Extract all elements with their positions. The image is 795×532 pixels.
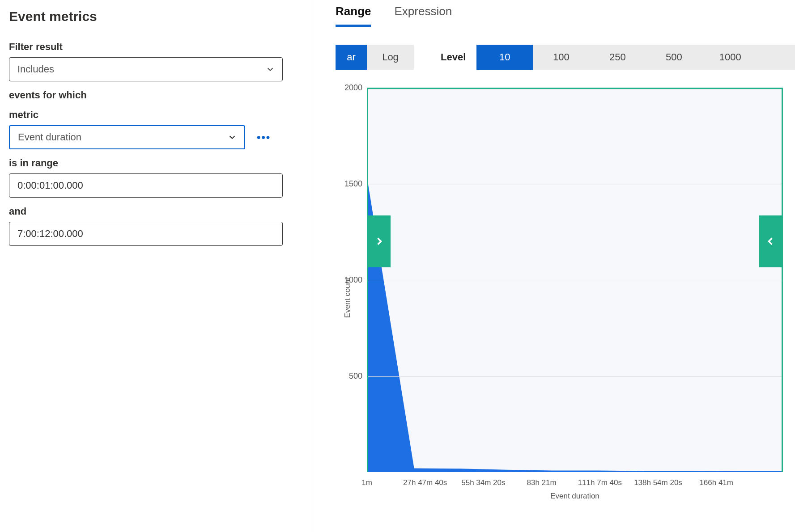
scale-toggle: ar Log bbox=[336, 45, 414, 70]
range-and-label: and bbox=[9, 206, 304, 217]
level-500[interactable]: 500 bbox=[646, 45, 702, 70]
x-axis-title: Event duration bbox=[550, 492, 599, 501]
y-tick: 1000 bbox=[344, 275, 362, 285]
x-tick: 138h 54m 20s bbox=[634, 478, 682, 487]
x-tick: 55h 34m 20s bbox=[461, 478, 505, 487]
level-10[interactable]: 10 bbox=[476, 45, 533, 70]
y-tick: 1500 bbox=[344, 179, 362, 189]
plot-area[interactable] bbox=[367, 88, 783, 472]
metric-label: metric bbox=[9, 109, 304, 121]
y-tick: 500 bbox=[349, 372, 362, 381]
tab-range[interactable]: Range bbox=[336, 4, 371, 27]
left-panel: Event metrics Filter result Includes eve… bbox=[0, 0, 313, 532]
level-100[interactable]: 100 bbox=[533, 45, 589, 70]
x-tick: 83h 21m bbox=[527, 478, 557, 487]
level-250[interactable]: 250 bbox=[589, 45, 646, 70]
x-tick: 166h 41m bbox=[699, 478, 733, 487]
gridline bbox=[368, 89, 782, 89]
gridline bbox=[368, 185, 782, 185]
filter-result-label: Filter result bbox=[9, 41, 304, 53]
x-tick: 1m bbox=[361, 478, 372, 487]
metric-select[interactable]: Event duration bbox=[9, 125, 245, 149]
right-panel: Range Expression ar Log Level 10 100 250… bbox=[313, 0, 795, 532]
y-tick: 2000 bbox=[344, 83, 362, 93]
gridline bbox=[368, 281, 782, 281]
x-tick: 27h 47m 40s bbox=[403, 478, 447, 487]
area-fill bbox=[368, 185, 782, 472]
x-tick: 111h 7m 40s bbox=[578, 478, 622, 487]
level-toggle: 10 100 250 500 1000 bbox=[476, 45, 795, 70]
range-from-label: is in range bbox=[9, 157, 304, 169]
metric-value: Event duration bbox=[18, 131, 81, 143]
range-handle-right[interactable] bbox=[759, 215, 782, 267]
controls-row: ar Log Level 10 100 250 500 1000 bbox=[336, 45, 795, 70]
level-1000[interactable]: 1000 bbox=[702, 45, 758, 70]
more-options-icon[interactable]: ••• bbox=[257, 131, 271, 144]
range-to-value: 7:00:12:00.000 bbox=[17, 228, 83, 240]
range-to-input[interactable]: 7:00:12:00.000 bbox=[9, 222, 283, 246]
filter-result-select[interactable]: Includes bbox=[9, 57, 283, 81]
range-handle-left[interactable] bbox=[368, 215, 391, 267]
range-from-value: 0:00:01:00.000 bbox=[17, 180, 83, 191]
plot: Event duration 5001000150020001m27h 47m … bbox=[367, 88, 783, 472]
level-label: Level bbox=[441, 51, 466, 63]
gridline bbox=[368, 376, 782, 377]
events-for-which-label: events for which bbox=[9, 89, 304, 101]
page-title: Event metrics bbox=[9, 9, 304, 24]
tabs: Range Expression bbox=[336, 4, 795, 27]
chevron-down-icon bbox=[265, 64, 275, 74]
chevron-down-icon bbox=[227, 132, 237, 142]
chart: Event count Event duration 5001000150020… bbox=[336, 88, 783, 508]
tab-expression[interactable]: Expression bbox=[394, 4, 452, 27]
scale-linear-option[interactable]: ar bbox=[336, 45, 367, 70]
filter-result-value: Includes bbox=[17, 63, 54, 75]
range-from-input[interactable]: 0:00:01:00.000 bbox=[9, 173, 283, 198]
scale-log-option[interactable]: Log bbox=[367, 45, 414, 70]
